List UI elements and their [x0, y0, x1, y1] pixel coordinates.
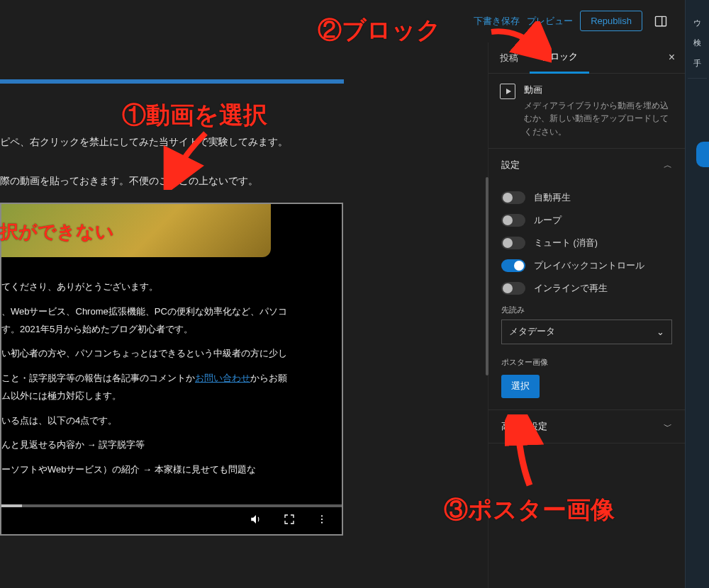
tab-block[interactable]: ブロック: [530, 42, 589, 74]
fullscreen-icon[interactable]: [284, 514, 295, 528]
tab-post[interactable]: 投稿: [489, 43, 530, 73]
preview-link[interactable]: プレビュー: [527, 15, 573, 28]
video-block-icon: [500, 84, 515, 99]
advanced-panel-toggle[interactable]: 高度な設定 ﹀: [489, 410, 685, 443]
mute-row: ミュート (消音): [501, 237, 672, 249]
video-text: てくださり、ありがとうございます。: [1, 278, 331, 296]
playback-label: プレイバックコントロール: [534, 260, 644, 272]
settings-title: 設定: [501, 159, 520, 171]
svg-point-5: [321, 516, 323, 517]
top-bar: 下書き保存 プレビュー Republish: [0, 0, 709, 43]
inline-row: インラインで再生: [501, 282, 672, 295]
video-text: い初心者の方や、パソコンちょっとはできるという中級者の方に少し: [1, 345, 331, 363]
editor-canvas[interactable]: ピペ、右クリックを禁止にしてみた当サイトで実験してみます。 際の動画を貼っておき…: [0, 43, 488, 588]
settings-panel-toggle[interactable]: 設定 ︿: [489, 149, 685, 181]
svg-point-7: [321, 522, 323, 524]
poster-label: ポスター画像: [501, 357, 672, 368]
video-hero: [1, 204, 342, 261]
chevron-down-icon: ⌄: [657, 327, 664, 337]
playback-row: プレイバックコントロール: [501, 259, 672, 272]
heading-bar: [0, 79, 344, 84]
preload-label: 先読み: [501, 305, 672, 315]
svg-rect-0: [656, 16, 666, 26]
video-text: ーソフトやWebサービス）の紹介 → 本家様に見せても問題な: [1, 461, 331, 479]
mute-toggle[interactable]: [501, 237, 525, 249]
volume-icon[interactable]: [250, 513, 262, 528]
autoplay-row: 自動再生: [501, 191, 672, 204]
republish-button[interactable]: Republish: [580, 11, 642, 31]
advanced-panel: 高度な設定 ﹀: [489, 410, 685, 443]
chevron-down-icon: ﹀: [664, 421, 672, 433]
block-sidebar: 投稿 ブロック × 動画 メディアライブラリから動画を埋め込むか、新しい動画をア…: [488, 43, 685, 588]
settings-panel-toggle-icon[interactable]: [649, 10, 672, 33]
video-more-icon[interactable]: [316, 514, 328, 528]
video-body: てくださり、ありがとうございます。 、Webサービス、Chrome拡張機能、PC…: [1, 261, 342, 492]
poster-select-button[interactable]: 選択: [501, 375, 540, 398]
paragraph[interactable]: 際の動画を貼っておきます。不便のことこの上ないです。: [0, 172, 488, 190]
mute-label: ミュート (消音): [534, 237, 598, 249]
video-text: 、Webサービス、Chrome拡張機能、PCの便利な効率化など、パソコす。202…: [1, 303, 331, 338]
right-rail: ウ 検 手: [685, 0, 709, 588]
block-info: 動画 メディアライブラリから動画を埋め込むか、新しい動画をアップロードしてくださ…: [489, 74, 685, 149]
advanced-title: 高度な設定: [501, 420, 547, 433]
rail-item[interactable]: 手: [693, 58, 701, 68]
paragraph[interactable]: ピペ、右クリックを禁止にしてみた当サイトで実験してみます。: [0, 133, 488, 151]
autoplay-label: 自動再生: [534, 192, 571, 204]
video-thumbnail: [1, 204, 271, 257]
rail-separator: [688, 78, 706, 79]
block-name: 動画: [524, 84, 674, 96]
rail-item[interactable]: 検: [693, 38, 701, 47]
block-description: メディアライブラリから動画を埋め込むか、新しい動画をアップロードしてください。: [524, 99, 674, 138]
svg-point-6: [321, 519, 323, 520]
preload-select[interactable]: メタデータ ⌄: [501, 320, 672, 344]
rail-item[interactable]: ウ: [693, 18, 701, 28]
video-text: こと・誤字脱字等の報告は各記事のコメントかお問い合わせからお願ム以外には極力対応…: [1, 370, 331, 405]
loop-label: ループ: [534, 215, 562, 227]
top-actions: 下書き保存 プレビュー Republish: [474, 10, 702, 33]
loop-toggle[interactable]: [501, 214, 525, 227]
chevron-up-icon: ︿: [664, 159, 672, 171]
rail-pill[interactable]: [696, 142, 709, 167]
video-block[interactable]: てくださり、ありがとうございます。 、Webサービス、Chrome拡張機能、PC…: [0, 203, 343, 536]
inline-toggle[interactable]: [501, 282, 525, 295]
settings-panel: 設定 ︿ 自動再生 ループ ミュート (消音) プレイバックコントロール: [489, 149, 685, 410]
sidebar-scrollbar[interactable]: [486, 177, 489, 375]
video-text: いる点は、以下の4点です。: [1, 412, 331, 430]
save-draft-link[interactable]: 下書き保存: [474, 15, 520, 28]
close-sidebar-icon[interactable]: ×: [669, 51, 675, 64]
playback-toggle[interactable]: [501, 259, 525, 272]
autoplay-toggle[interactable]: [501, 191, 525, 204]
video-text: んと見返せる内容か → 誤字脱字等: [1, 436, 331, 454]
preload-value: メタデータ: [509, 326, 555, 338]
sidebar-tabs: 投稿 ブロック ×: [489, 43, 685, 74]
video-controls: [1, 507, 342, 534]
contact-link[interactable]: お問い合わせ: [195, 373, 250, 383]
loop-row: ループ: [501, 214, 672, 227]
inline-label: インラインで再生: [534, 283, 608, 295]
